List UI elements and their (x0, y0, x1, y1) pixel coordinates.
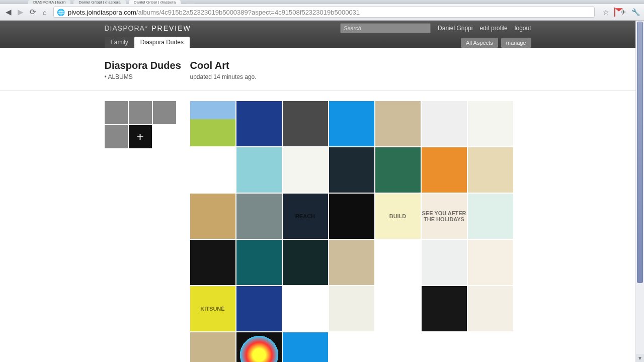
tab-title: Daniel Grippi | diaspora (78, 0, 120, 4)
photo-thumbnail[interactable]: BUILD (375, 194, 421, 239)
photo-thumbnail[interactable] (283, 332, 328, 362)
photo-thumbnail[interactable] (422, 147, 467, 193)
photo-thumbnail[interactable]: SEE YOU AFTER THE HOLIDAYS (422, 194, 467, 239)
photo-thumbnail[interactable] (329, 147, 374, 193)
scrollbar-thumb[interactable] (637, 22, 643, 283)
reload-button[interactable]: ⟳ (28, 8, 37, 17)
site-header: DIASPORA* PREVIEW Daniel Grippi edit pro… (0, 21, 635, 48)
site-identity-icon: 🌐 (57, 9, 65, 16)
photo-thumbnail[interactable] (236, 194, 282, 239)
photo-thumbnail[interactable] (468, 240, 513, 285)
photo-grid: REACHBUILDSEE YOU AFTER THE HOLIDAYSKITS… (190, 101, 531, 362)
photo-thumbnail[interactable] (236, 101, 282, 146)
wrench-menu-icon[interactable]: 🔧 (631, 8, 640, 16)
aspect-tabs: Family Diaspora Dudes (105, 37, 190, 48)
photo-thumbnail[interactable] (375, 286, 421, 331)
brand-logo[interactable]: DIASPORA* PREVIEW (105, 24, 191, 32)
photo-thumbnail[interactable] (422, 101, 467, 146)
url-path: /albums/4c915b2a52323019b5000389?aspect=… (136, 9, 360, 16)
photo-thumbnail[interactable] (375, 240, 421, 285)
photo-thumbnail[interactable] (283, 240, 328, 285)
gallery-area: + REACHBUILDSEE YOU AFTER THE HOLIDAYSKI… (0, 91, 635, 362)
browser-tab[interactable]: Daniel Grippi | diaspora (73, 0, 125, 4)
tab-title: DIASPORA | login (33, 0, 65, 4)
photo-thumbnail[interactable] (422, 240, 467, 285)
current-user-link[interactable]: Daniel Grippi (438, 25, 472, 32)
aspect-tab-diaspora-dudes[interactable]: Diaspora Dudes (134, 37, 190, 48)
add-person-button[interactable]: + (129, 125, 152, 148)
back-button[interactable]: ◀ (4, 8, 13, 17)
brand-suffix: PREVIEW (151, 24, 191, 32)
photo-thumbnail[interactable]: REACH (283, 194, 328, 239)
avatar[interactable] (153, 101, 176, 124)
url-host: pivots.joindiaspora.com (68, 9, 136, 16)
avatar[interactable] (129, 101, 152, 124)
photo-thumbnail[interactable] (190, 194, 235, 239)
photo-thumbnail[interactable] (329, 332, 374, 362)
photo-thumbnail[interactable] (329, 286, 374, 331)
photo-thumbnail[interactable] (236, 147, 282, 193)
photo-thumbnail[interactable] (283, 147, 328, 193)
logout-link[interactable]: logout (515, 25, 531, 32)
new-tab-button[interactable] (186, 1, 195, 4)
photo-thumbnail[interactable] (375, 101, 421, 146)
aspect-name-heading: Diaspora Dudes (105, 60, 190, 71)
photo-thumbnail[interactable] (236, 332, 282, 362)
tab-title: Daniel Grippi | diaspora (134, 0, 176, 4)
search-input[interactable] (340, 23, 431, 33)
edit-profile-link[interactable]: edit profile (479, 25, 507, 32)
bookmark-star-icon[interactable]: ☆ (603, 8, 609, 16)
aspect-people: + (105, 101, 190, 362)
manage-aspects-button[interactable]: manage (501, 38, 531, 48)
photo-thumbnail[interactable] (190, 332, 235, 362)
avatar[interactable] (105, 125, 128, 148)
photo-thumbnail[interactable] (283, 286, 328, 331)
album-title: Cool Art (190, 60, 257, 71)
photo-thumbnail[interactable] (468, 286, 513, 331)
photo-thumbnail[interactable] (468, 194, 513, 239)
brand-name: DIASPORA* (105, 24, 148, 32)
albums-link[interactable]: ALBUMS (108, 73, 132, 80)
photo-thumbnail[interactable] (190, 101, 235, 146)
scroll-down-button[interactable]: ▼ (636, 354, 644, 362)
photo-thumbnail[interactable]: KITSUNÉ (190, 286, 235, 331)
aspect-tab-family[interactable]: Family (105, 37, 134, 48)
photo-thumbnail[interactable] (283, 101, 328, 146)
photo-thumbnail[interactable] (190, 240, 235, 285)
address-bar[interactable]: 🌐 pivots.joindiaspora.com/albums/4c915b2… (53, 7, 595, 18)
content-header: Diaspora Dudes ALBUMS Cool Art updated 1… (0, 48, 635, 91)
home-button[interactable]: ⌂ (40, 8, 49, 17)
all-aspects-button[interactable]: All Aspects (461, 38, 498, 48)
vertical-scrollbar[interactable]: ▼ (635, 21, 644, 362)
browser-toolbar: ◀ ▶ ⟳ ⌂ 🌐 pivots.joindiaspora.com/albums… (0, 4, 644, 21)
photo-thumbnail[interactable] (190, 147, 235, 193)
photo-thumbnail[interactable] (422, 286, 467, 331)
photo-thumbnail[interactable] (468, 147, 513, 193)
photo-thumbnail[interactable] (236, 240, 282, 285)
photo-thumbnail[interactable] (329, 101, 374, 146)
photo-thumbnail[interactable] (236, 286, 282, 331)
forward-button[interactable]: ▶ (16, 8, 25, 17)
photo-thumbnail[interactable] (329, 194, 374, 239)
gmail-icon[interactable] (614, 8, 615, 16)
browser-tab[interactable]: DIASPORA | login (28, 0, 70, 4)
photo-thumbnail[interactable] (375, 147, 421, 193)
photo-thumbnail[interactable] (329, 240, 374, 285)
page-viewport: DIASPORA* PREVIEW Daniel Grippi edit pro… (0, 21, 644, 362)
album-updated-text: updated 14 minutes ago. (190, 73, 257, 80)
avatar[interactable] (105, 101, 128, 124)
photo-thumbnail[interactable] (468, 101, 513, 146)
browser-tab[interactable]: Daniel Grippi | diaspora (129, 0, 181, 4)
browser-tabstrip: DIASPORA | login Daniel Grippi | diaspor… (0, 0, 644, 4)
